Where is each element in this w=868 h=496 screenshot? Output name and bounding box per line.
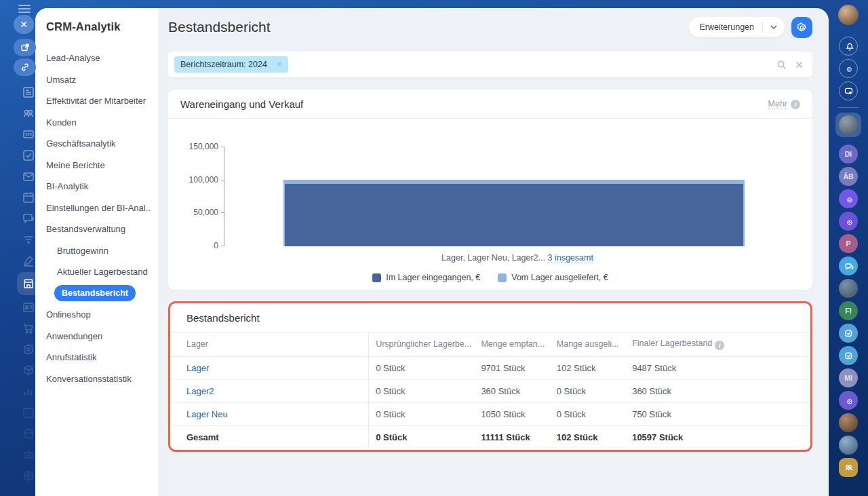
- table-row: Lager20 Stück360 Stück0 Stück360 Stück: [170, 379, 810, 402]
- table-row: Lager0 Stück9701 Stück102 Stück9487 Stüc…: [170, 356, 810, 379]
- notifications[interactable]: [839, 37, 858, 56]
- legend-item: Vom Lager ausgeliefert, €: [498, 273, 608, 282]
- warehouses-total-link[interactable]: 3 insgesamt: [547, 253, 593, 263]
- chat-photo-1[interactable]: [839, 413, 858, 432]
- copy-link-button[interactable]: [14, 58, 36, 76]
- avatar: [839, 115, 858, 134]
- kanban-icon[interactable]: [17, 123, 40, 145]
- sidebar-item-anwendungen[interactable]: Anwendungen: [46, 326, 151, 347]
- open-new-window-button[interactable]: [14, 39, 36, 56]
- chat-fi[interactable]: FI: [839, 301, 858, 320]
- settings-button[interactable]: [791, 17, 812, 38]
- tasks-chat[interactable]: [839, 346, 858, 365]
- table-cell: 0 Stück: [550, 379, 625, 402]
- copilot-chat[interactable]: [839, 189, 858, 208]
- main-header: Bestandsbericht Erweiterungen: [168, 11, 812, 43]
- info-icon: i: [715, 341, 724, 350]
- y-tick-label: 100,000: [180, 175, 218, 185]
- sidebar-item-gesch-ftsanalytik[interactable]: Geschäftsanalytik: [46, 133, 151, 155]
- warehouse-link[interactable]: Lager: [186, 363, 209, 373]
- sidebar-item-anrufstatistik[interactable]: Anrufstatistik: [46, 347, 151, 368]
- sidebar-item-umsatz[interactable]: Umsatz: [46, 69, 151, 91]
- store-icon[interactable]: [17, 272, 40, 295]
- search-icon[interactable]: [776, 60, 787, 70]
- robot-icon[interactable]: [17, 444, 40, 465]
- clear-filter-icon[interactable]: [794, 60, 804, 70]
- chat-p[interactable]: P: [839, 234, 858, 253]
- inventory-report-card: Bestandsbericht LagerUrsprünglicher Lage…: [168, 301, 812, 452]
- chat-photo-2[interactable]: [839, 436, 858, 455]
- table-cell: 0 Stück: [369, 379, 475, 402]
- table-cell: 9487 Stück: [625, 356, 810, 379]
- target-icon[interactable]: [17, 339, 40, 360]
- copilot-chat[interactable]: [839, 391, 858, 410]
- table-cell: 750 Stück: [625, 402, 810, 425]
- close-sidebar-button[interactable]: ✕: [14, 15, 34, 34]
- chevron-down-icon[interactable]: [762, 22, 785, 33]
- bars-area: [283, 147, 745, 246]
- table-cell: 0 Stück: [369, 425, 475, 449]
- people-icon[interactable]: [17, 102, 40, 123]
- box-icon[interactable]: [17, 423, 40, 444]
- warehouse-link[interactable]: Lager Neu: [186, 409, 228, 419]
- remove-filter-icon[interactable]: ×: [277, 60, 282, 69]
- mail-icon[interactable]: [17, 166, 40, 187]
- extensions-dropdown[interactable]: Erweiterungen: [689, 17, 785, 37]
- sidebar-item-konversationsstatistik[interactable]: Konversationsstatistik: [46, 368, 151, 390]
- column-header: Mange ausgeli...: [550, 332, 625, 356]
- more-link[interactable]: Mehr i: [768, 99, 800, 109]
- chat-äb[interactable]: ÄB: [839, 167, 858, 186]
- sidebar-item-effektivit-t-der-mitarbeiter[interactable]: Effektivität der Mitarbeiter: [46, 90, 151, 112]
- left-rail-icon-list: [17, 81, 40, 486]
- filter-search-bar[interactable]: Berichtszeitraum: 2024 ×: [168, 52, 812, 77]
- contacts-icon[interactable]: [17, 297, 40, 318]
- news-icon[interactable]: [17, 81, 40, 102]
- sidebar-item-lead-analyse[interactable]: Lead-Analyse: [46, 47, 151, 69]
- column-header: Menge empfan...: [474, 332, 549, 356]
- stats-icon[interactable]: [17, 381, 40, 402]
- sidebar-item-aktueller-lagerbestand[interactable]: Aktueller Lagerbestand: [46, 261, 151, 283]
- tasks-chat[interactable]: [839, 324, 858, 343]
- funnel-icon[interactable]: [17, 229, 40, 250]
- left-nav-rail: ✕: [0, 0, 35, 496]
- sidebar-item-einstellungen-der-bi-anal-[interactable]: Einstellungen der BI-Anal...: [46, 197, 151, 219]
- sidebar-item-bestandsbericht[interactable]: Bestandsbericht: [46, 283, 151, 305]
- all-employees-chat[interactable]: [839, 458, 858, 477]
- messenger-rail: DIÄBPFIMI: [829, 0, 868, 496]
- table-total-row: Gesamt0 Stück11111 Stück102 Stück10597 S…: [170, 425, 810, 449]
- automation-icon[interactable]: [17, 402, 40, 423]
- menu-hamburger-icon[interactable]: [18, 5, 31, 13]
- chat-icon[interactable]: [17, 208, 40, 229]
- sidebar-item-onlineshop[interactable]: Onlineshop: [46, 304, 151, 326]
- cube-icon[interactable]: [17, 360, 40, 381]
- sidebar-item-bruttogewinn[interactable]: Bruttogewinn: [46, 240, 151, 262]
- copilot[interactable]: [839, 59, 858, 78]
- profile-avatar[interactable]: [838, 5, 859, 33]
- chat-mi[interactable]: MI: [839, 368, 858, 387]
- sidebar-item-bestandsverwaltung[interactable]: Bestandsverwaltung: [46, 218, 151, 240]
- chat-current-user[interactable]: [835, 113, 861, 141]
- general-chat[interactable]: [839, 256, 858, 275]
- sidebar-item-kunden[interactable]: Kunden: [46, 112, 151, 134]
- sign-icon[interactable]: [17, 250, 40, 271]
- sidebar-item-bi-analytik[interactable]: BI-Analytik: [46, 176, 151, 197]
- filter-tag-report-period[interactable]: Berichtszeitraum: 2024 ×: [174, 56, 288, 73]
- copilot-chat[interactable]: [839, 212, 858, 231]
- chat-di[interactable]: DI: [839, 145, 858, 164]
- globe-icon[interactable]: [17, 465, 40, 486]
- tasks-icon[interactable]: [17, 145, 40, 166]
- sidebar-menu: Lead-AnalyseUmsatzEffektivität der Mitar…: [46, 47, 151, 389]
- y-axis-line: [224, 147, 224, 246]
- group-chat[interactable]: [839, 279, 858, 298]
- calendar-icon[interactable]: [17, 187, 40, 208]
- cart-icon[interactable]: [17, 318, 40, 339]
- chart-card: Wareneingang und Verkauf Mehr i 050,0001…: [168, 90, 812, 290]
- sidebar-title: CRM-Analytik: [46, 20, 151, 33]
- table-cell: 0 Stück: [369, 356, 475, 379]
- messenger[interactable]: [839, 81, 858, 100]
- external-link-icon: [20, 43, 30, 52]
- sidebar-item-meine-berichte[interactable]: Meine Berichte: [46, 155, 151, 176]
- column-header: Ursprünglicher Lagerbe...: [369, 332, 475, 356]
- y-tick-mark: [221, 212, 224, 213]
- warehouse-link[interactable]: Lager2: [186, 386, 214, 396]
